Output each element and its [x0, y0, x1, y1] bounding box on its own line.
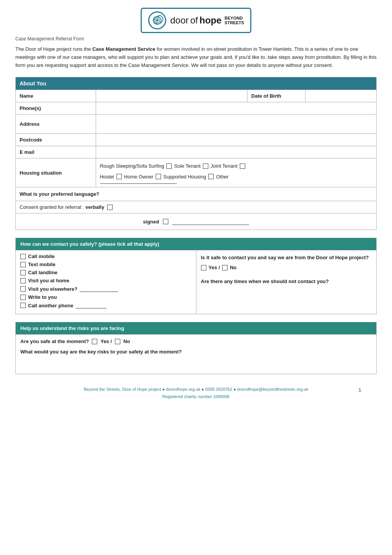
housing-options: Rough Sleeping/Sofa Surfing Sole Tenant … — [96, 158, 376, 187]
contact-header: How can we contact you safely? (please t… — [16, 238, 377, 250]
visit-home-item: Visit you at home — [20, 278, 191, 283]
contact-table: How can we contact you safely? (please t… — [15, 238, 377, 314]
risk-header: Help us understand the risks you are fac… — [16, 322, 377, 335]
housing-supported-label: Supported Housing — [163, 172, 206, 181]
phones-row: Phone(s) — [16, 102, 377, 115]
contact-left-cell: Call mobile Text mobile Call landline Vi… — [16, 250, 196, 314]
call-mobile-label: Call mobile — [28, 253, 55, 259]
visit-home-checkbox[interactable] — [20, 278, 26, 283]
address-row: Address — [16, 115, 377, 134]
write-to-label: Write to you — [28, 294, 57, 300]
page-number: 1 — [359, 387, 361, 393]
consent-signed-cell: signed — [16, 213, 377, 230]
postcode-row: Postcode — [16, 134, 377, 146]
preferred-lang-label: What is your preferred language? — [16, 187, 377, 201]
postcode-label: Postcode — [16, 134, 96, 146]
call-another-item: Call another phone — [20, 302, 191, 308]
visit-elsewhere-label: Visit you elsewhere? — [28, 286, 77, 292]
write-to-checkbox[interactable] — [20, 295, 26, 300]
preferred-lang-row: What is your preferred language? — [16, 187, 377, 201]
text-mobile-item: Text mobile — [20, 262, 191, 267]
postcode-value[interactable] — [96, 134, 376, 146]
safe-moment-cell: Are you safe at the moment? Yes / No Wha… — [16, 335, 377, 374]
dob-value[interactable] — [305, 90, 377, 102]
form-label: Case Management Referral Form — [15, 36, 377, 42]
consent-row: Consent granted for referral: verbally — [16, 201, 377, 213]
safe-contact-question: Is it safe to contact you and say we are… — [201, 253, 372, 272]
risk-table: Help us understand the risks you are fac… — [15, 322, 377, 374]
housing-supported-checkbox[interactable] — [208, 174, 214, 179]
call-another-checkbox[interactable] — [20, 303, 26, 308]
footer: Beyond the Streets, Door of Hope project… — [15, 386, 377, 400]
address-value[interactable] — [96, 115, 376, 134]
consent-label: Consent granted for referral: — [20, 204, 82, 210]
safe-question-label: Are you safe at the moment? — [20, 338, 89, 344]
safe-no-label: No — [123, 338, 130, 344]
address-label: Address — [16, 115, 96, 134]
times-question: Are there any times when we should not c… — [201, 277, 372, 286]
safe-no-checkbox[interactable] — [115, 339, 120, 344]
call-landline-checkbox[interactable] — [20, 270, 26, 275]
phones-value[interactable] — [96, 102, 376, 115]
key-risks-label: What would you say are the key risks to … — [20, 349, 372, 355]
consent-verbally-label: verbally — [85, 204, 104, 210]
no-checkbox[interactable] — [222, 265, 228, 270]
streets-text: STREETS — [224, 20, 244, 25]
safe-yes-label: Yes / — [100, 338, 112, 344]
no-label: No — [230, 263, 236, 272]
housing-rough-checkbox[interactable] — [166, 163, 172, 169]
yes-label: Yes / — [209, 263, 220, 272]
logo-text: door of hope BEYOND STREETS — [170, 15, 244, 26]
housing-row: Housing situation Rough Sleeping/Sofa Su… — [16, 158, 377, 187]
yes-checkbox[interactable] — [201, 265, 206, 270]
footer-line2: Registered charity number 1099006 — [15, 393, 377, 400]
call-another-label: Call another phone — [28, 303, 73, 308]
intro-paragraph: The Door of Hope project runs the Case M… — [15, 45, 377, 69]
phones-label: Phone(s) — [16, 102, 96, 115]
housing-joint-checkbox[interactable] — [240, 163, 245, 169]
text-mobile-checkbox[interactable] — [20, 262, 26, 267]
call-landline-item: Call landline — [20, 270, 191, 275]
consent-signed-field[interactable] — [172, 218, 249, 225]
call-mobile-checkbox[interactable] — [20, 254, 26, 259]
housing-sole-label: Sole Tenant — [174, 162, 200, 170]
housing-homeowner-checkbox[interactable] — [156, 174, 161, 179]
call-mobile-item: Call mobile — [20, 253, 191, 259]
dob-label: Date of Birth — [247, 90, 305, 102]
housing-label: Housing situation — [16, 158, 96, 187]
logo-icon — [148, 11, 166, 30]
logo-area: door of hope BEYOND STREETS — [15, 8, 377, 33]
email-row: E mail — [16, 146, 377, 158]
consent-signed-row: signed — [16, 213, 377, 230]
logo-box: door of hope BEYOND STREETS — [141, 8, 251, 33]
housing-other-label: Other — [216, 172, 229, 181]
name-dob-row: Name Date of Birth — [16, 90, 377, 102]
contact-options-row: Call mobile Text mobile Call landline Vi… — [16, 250, 377, 314]
consent-signed-checkbox[interactable] — [163, 219, 168, 224]
housing-sole-checkbox[interactable] — [203, 163, 208, 169]
email-label: E mail — [16, 146, 96, 158]
name-value[interactable] — [96, 90, 247, 102]
about-you-table: About You Name Date of Birth Phone(s) Ad… — [15, 77, 377, 230]
safe-moment-row: Are you safe at the moment? Yes / No Wha… — [16, 335, 377, 374]
footer-line1: Beyond the Streets, Door of Hope project… — [15, 386, 377, 393]
email-value[interactable] — [96, 146, 376, 158]
about-you-header: About You — [16, 77, 377, 90]
consent-verbally-cell: Consent granted for referral: verbally — [16, 201, 377, 213]
housing-rough-label: Rough Sleeping/Sofa Surfing — [100, 162, 164, 170]
consent-signed-label: signed — [143, 219, 159, 225]
housing-joint-label: Joint Tenant — [211, 162, 238, 170]
housing-hostel-label: Hostel — [100, 172, 114, 181]
safe-yes-checkbox[interactable] — [92, 339, 97, 344]
consent-verbally-checkbox[interactable] — [107, 205, 113, 210]
housing-hostel-checkbox[interactable] — [116, 174, 122, 179]
visit-elsewhere-checkbox[interactable] — [20, 286, 26, 292]
visit-elsewhere-item: Visit you elsewhere? — [20, 286, 191, 292]
write-to-item: Write to you — [20, 294, 191, 300]
call-landline-label: Call landline — [28, 270, 58, 275]
housing-homeowner-label: Home Owner — [124, 172, 154, 181]
beyond-text: BEYOND — [224, 16, 244, 20]
name-label: Name — [16, 90, 96, 102]
text-mobile-label: Text mobile — [28, 262, 55, 267]
contact-right-cell: Is it safe to contact you and say we are… — [196, 250, 377, 314]
